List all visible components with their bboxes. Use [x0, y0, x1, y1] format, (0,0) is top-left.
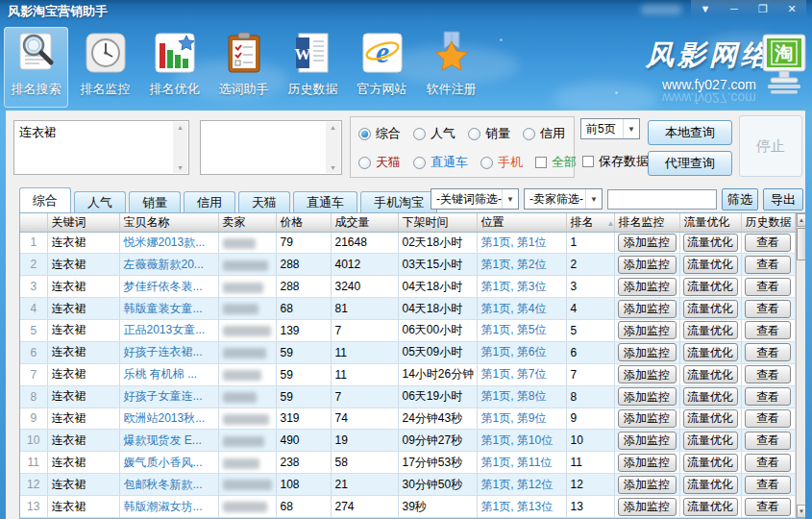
radio-sort-credit[interactable]: 信用: [523, 125, 565, 142]
proxy-query-button[interactable]: 代理查询: [648, 151, 732, 176]
filter-button[interactable]: 筛选: [722, 188, 758, 210]
toolbar-item-rank-optimize[interactable]: 排名优化: [142, 27, 207, 108]
view-history-button[interactable]: 查看: [745, 498, 791, 516]
sort-arrow-icon[interactable]: ▲: [607, 219, 615, 228]
header-product[interactable]: 宝贝名称: [119, 213, 218, 232]
view-history-button[interactable]: 查看: [745, 278, 791, 296]
traffic-optimize-button[interactable]: 流量优化: [683, 365, 738, 383]
minimize-button[interactable]: ─: [720, 0, 749, 18]
keyword-input[interactable]: 连衣裙 ▲▼: [13, 120, 189, 175]
radio-channel-ztc[interactable]: 直通车: [413, 154, 468, 171]
add-monitor-button[interactable]: 添加监控: [618, 300, 677, 318]
header-history[interactable]: 历史数据: [741, 213, 795, 232]
filter-text-input[interactable]: [607, 189, 717, 210]
radio-channel-tmall[interactable]: 天猫: [358, 154, 401, 171]
tab-composite[interactable]: 综合: [19, 187, 71, 212]
header-position[interactable]: 位置: [477, 213, 566, 232]
view-history-button[interactable]: 查看: [745, 387, 791, 406]
scrollbar-thumb[interactable]: [797, 228, 806, 260]
tab-sales[interactable]: 销量: [129, 191, 181, 212]
traffic-optimize-button[interactable]: 流量优化: [683, 409, 738, 428]
add-monitor-button[interactable]: 添加监控: [618, 454, 677, 472]
export-button[interactable]: 导出: [763, 188, 803, 210]
add-monitor-button[interactable]: 添加监控: [618, 409, 677, 428]
view-history-button[interactable]: 查看: [745, 476, 791, 494]
scrollbar-track[interactable]: [797, 261, 806, 505]
exclude-input-scrollbar[interactable]: ▲▼: [326, 122, 340, 173]
tab-tmall[interactable]: 天猫: [238, 191, 290, 212]
toolbar-item-official-site[interactable]: e 官方网站: [350, 27, 414, 108]
traffic-optimize-button[interactable]: 流量优化: [683, 432, 738, 450]
view-history-button[interactable]: 查看: [745, 365, 791, 383]
checkbox-save-data[interactable]: 保存数据: [582, 153, 649, 170]
cell-product-link[interactable]: 欧洲站2013秋...: [119, 408, 218, 430]
view-history-button[interactable]: 查看: [745, 432, 791, 450]
menu-arrow-button[interactable]: ▼: [691, 0, 720, 18]
cell-product-link[interactable]: 正品2013女童...: [119, 320, 218, 342]
view-history-button[interactable]: 查看: [745, 256, 791, 274]
header-traffic[interactable]: 流量优化: [679, 213, 741, 232]
radio-sort-popularity[interactable]: 人气: [413, 125, 455, 142]
view-history-button[interactable]: 查看: [745, 454, 791, 472]
add-monitor-button[interactable]: 添加监控: [618, 278, 677, 296]
cell-product-link[interactable]: 爆款现货发 E...: [119, 430, 218, 452]
add-monitor-button[interactable]: 添加监控: [618, 476, 677, 494]
checkbox-all[interactable]: 全部: [535, 154, 577, 171]
local-query-button[interactable]: 本地查询: [648, 120, 732, 145]
header-monitor[interactable]: 排名监控: [614, 213, 679, 232]
toolbar-item-register[interactable]: 软件注册: [419, 27, 483, 108]
tab-credit[interactable]: 信用: [184, 191, 235, 212]
traffic-optimize-button[interactable]: 流量优化: [683, 321, 738, 339]
tab-ztc[interactable]: 直通车: [293, 191, 357, 212]
cell-product-link[interactable]: 韩版童装女童...: [119, 298, 218, 320]
cell-product-link[interactable]: 梦佳纤依冬装...: [119, 276, 218, 298]
maximize-button[interactable]: ❐: [749, 0, 777, 18]
cell-product-link[interactable]: 左薇薇新款20...: [119, 254, 218, 276]
seller-filter-select[interactable]: -卖家筛选- ▼: [524, 188, 603, 210]
cell-product-link[interactable]: 韩版潮淑女坊...: [119, 496, 218, 518]
add-monitor-button[interactable]: 添加监控: [618, 234, 677, 252]
traffic-optimize-button[interactable]: 流量优化: [683, 234, 738, 252]
header-volume[interactable]: 成交量: [331, 213, 398, 232]
view-history-button[interactable]: 查看: [745, 409, 791, 428]
add-monitor-button[interactable]: 添加监控: [618, 256, 677, 274]
radio-sort-sales[interactable]: 销量: [468, 125, 510, 142]
vertical-scrollbar[interactable]: ▲ ▼: [796, 213, 806, 518]
cell-product-link[interactable]: 好孩子女童连...: [119, 385, 218, 408]
toolbar-item-rank-search[interactable]: 排名搜索: [4, 27, 68, 108]
add-monitor-button[interactable]: 添加监控: [618, 498, 677, 516]
toolbar-item-history-data[interactable]: W 历史数据: [281, 27, 345, 108]
traffic-optimize-button[interactable]: 流量优化: [683, 343, 738, 361]
header-price[interactable]: 价格: [276, 213, 331, 232]
traffic-optimize-button[interactable]: 流量优化: [683, 300, 738, 318]
cell-product-link[interactable]: 媛气质小香风...: [119, 452, 218, 474]
add-monitor-button[interactable]: 添加监控: [618, 365, 677, 383]
exclude-input[interactable]: ▲▼: [200, 120, 342, 175]
add-monitor-button[interactable]: 添加监控: [618, 387, 677, 406]
traffic-optimize-button[interactable]: 流量优化: [683, 387, 738, 406]
taobao-monitor-icon[interactable]: 淘: [761, 33, 807, 100]
radio-channel-mobile[interactable]: 手机: [480, 154, 523, 171]
traffic-optimize-button[interactable]: 流量优化: [683, 256, 738, 274]
cell-product-link[interactable]: 乐桃 有机棉 ...: [119, 363, 218, 385]
traffic-optimize-button[interactable]: 流量优化: [683, 278, 738, 296]
view-history-button[interactable]: 查看: [745, 343, 791, 361]
toolbar-item-word-select[interactable]: 选词助手: [211, 27, 276, 108]
scrollbar-down-icon[interactable]: ▼: [797, 505, 806, 518]
add-monitor-button[interactable]: 添加监控: [618, 432, 677, 450]
header-rank[interactable]: 排名▲: [566, 213, 614, 232]
header-keyword[interactable]: 关键词: [47, 213, 119, 232]
header-offtime[interactable]: 下架时间: [398, 213, 477, 232]
view-history-button[interactable]: 查看: [745, 234, 791, 252]
keyword-input-scrollbar[interactable]: ▲▼: [173, 122, 187, 173]
cell-product-link[interactable]: 好孩子连衣裙...: [119, 341, 218, 363]
traffic-optimize-button[interactable]: 流量优化: [683, 476, 738, 494]
close-button[interactable]: ✕: [777, 0, 806, 18]
radio-sort-composite[interactable]: 综合: [358, 125, 401, 142]
header-seller[interactable]: 卖家: [218, 213, 276, 232]
view-history-button[interactable]: 查看: [745, 321, 791, 339]
cell-product-link[interactable]: 悦米娜2013款...: [119, 232, 218, 254]
traffic-optimize-button[interactable]: 流量优化: [683, 454, 738, 472]
scrollbar-up-icon[interactable]: ▲: [797, 213, 806, 227]
toolbar-item-rank-monitor[interactable]: 排名监控: [73, 27, 137, 108]
